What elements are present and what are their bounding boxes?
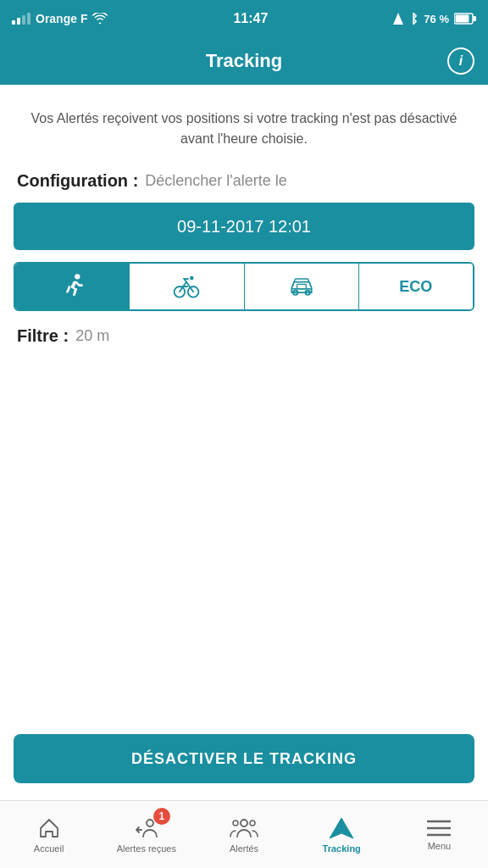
home-icon bbox=[37, 816, 61, 840]
nav-home-label: Accueil bbox=[34, 843, 64, 854]
battery-icon bbox=[454, 13, 476, 25]
mode-eco-button[interactable]: ECO bbox=[359, 264, 473, 309]
svg-rect-2 bbox=[456, 15, 469, 23]
svg-marker-0 bbox=[393, 13, 403, 25]
nav-item-menu[interactable]: Menu bbox=[391, 801, 488, 868]
nav-item-tracking[interactable]: Tracking bbox=[293, 801, 391, 868]
mode-bike-button[interactable] bbox=[130, 264, 244, 309]
run-icon bbox=[57, 271, 87, 302]
svg-point-4 bbox=[75, 274, 80, 279]
alerts-received-badge: 1 bbox=[153, 808, 170, 825]
nav-menu-label: Menu bbox=[428, 841, 452, 851]
car-icon bbox=[286, 271, 317, 302]
info-text: Vos Alertés reçoivent vos positions si v… bbox=[0, 85, 488, 166]
status-left: Orange F bbox=[12, 12, 108, 25]
date-button[interactable]: 09-11-2017 12:01 bbox=[14, 203, 474, 250]
alerts-icon bbox=[229, 816, 259, 840]
filtre-row: Filtre : 20 m bbox=[0, 311, 488, 361]
menu-icon bbox=[427, 819, 451, 837]
svg-point-12 bbox=[147, 820, 153, 826]
status-right: 76 % bbox=[393, 12, 476, 25]
tracking-icon bbox=[330, 816, 353, 840]
main-content: Vos Alertés reçoivent vos positions si v… bbox=[0, 85, 488, 800]
eco-label: ECO bbox=[399, 278, 432, 296]
mode-selector: ECO bbox=[14, 262, 474, 311]
svg-point-14 bbox=[250, 821, 255, 826]
config-label: Configuration : bbox=[17, 171, 138, 191]
filtre-label: Filtre : bbox=[17, 326, 69, 346]
nav-item-alerts[interactable]: Alertés bbox=[195, 801, 292, 868]
page-title: Tracking bbox=[206, 50, 282, 72]
mode-car-button[interactable] bbox=[245, 264, 359, 309]
bottom-nav: Accueil 1 Alertes reçues Alertés Trackin bbox=[0, 800, 488, 868]
status-bar: Orange F 11:47 76 % bbox=[0, 0, 488, 37]
nav-alerts-received-label: Alertes reçues bbox=[117, 843, 176, 854]
signal-bars bbox=[12, 13, 30, 25]
wifi-icon bbox=[92, 13, 108, 25]
svg-marker-16 bbox=[330, 818, 353, 838]
gps-icon bbox=[393, 13, 403, 25]
filtre-value: 20 m bbox=[75, 327, 109, 345]
carrier-label: Orange F bbox=[36, 12, 87, 25]
nav-alerts-label: Alertés bbox=[230, 843, 258, 854]
svg-point-13 bbox=[241, 820, 247, 826]
nav-tracking-label: Tracking bbox=[323, 843, 361, 854]
deactivate-button[interactable]: DÉSACTIVER LE TRACKING bbox=[14, 734, 474, 783]
svg-point-7 bbox=[190, 276, 194, 281]
bike-icon bbox=[171, 271, 202, 302]
svg-rect-10 bbox=[297, 284, 306, 288]
config-value: Déclencher l'alerte le bbox=[145, 172, 287, 190]
info-button[interactable]: i bbox=[447, 47, 474, 75]
svg-point-15 bbox=[233, 821, 238, 826]
battery-label: 76 % bbox=[424, 13, 449, 25]
nav-item-home[interactable]: Accueil bbox=[0, 801, 97, 868]
bluetooth-icon bbox=[408, 12, 419, 25]
mode-run-button[interactable] bbox=[15, 264, 130, 309]
status-time: 11:47 bbox=[233, 11, 268, 26]
app-header: Tracking i bbox=[0, 37, 488, 85]
config-row: Configuration : Déclencher l'alerte le bbox=[0, 166, 488, 203]
nav-item-alerts-received[interactable]: 1 Alertes reçues bbox=[97, 801, 195, 868]
svg-rect-3 bbox=[473, 16, 476, 21]
